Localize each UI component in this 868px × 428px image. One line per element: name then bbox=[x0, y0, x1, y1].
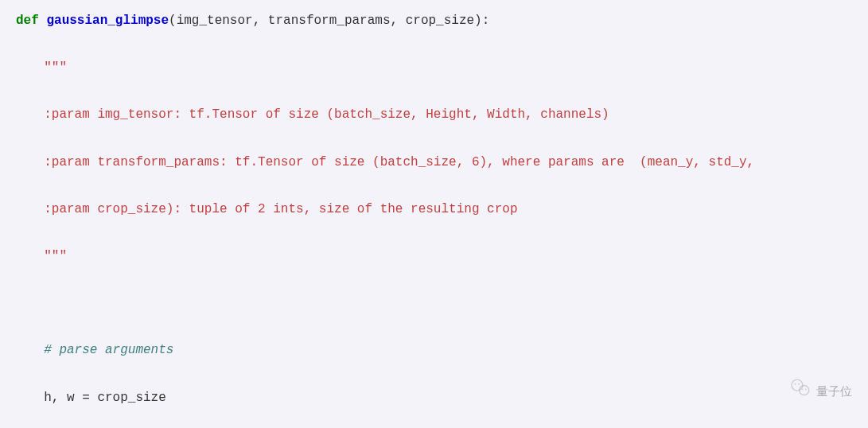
function-name: gaussian_glimpse bbox=[46, 14, 169, 28]
wechat-icon bbox=[789, 376, 812, 406]
code-line: def gaussian_glimpse(img_tensor, transfo… bbox=[16, 10, 852, 33]
svg-point-2 bbox=[795, 383, 796, 385]
comment: # parse arguments bbox=[44, 343, 173, 357]
code-line: :param transform_params: tf.Tensor of si… bbox=[16, 151, 852, 175]
svg-point-3 bbox=[798, 383, 800, 385]
svg-point-5 bbox=[805, 389, 807, 391]
watermark-text: 量子位 bbox=[816, 380, 852, 403]
signature: (img_tensor, transform_params, crop_size… bbox=[169, 14, 489, 28]
code-line: """ bbox=[16, 245, 852, 269]
svg-point-4 bbox=[802, 389, 804, 391]
blank-line bbox=[16, 292, 852, 316]
code-line: # parse arguments bbox=[16, 339, 852, 363]
code-block: def gaussian_glimpse(img_tensor, transfo… bbox=[16, 10, 852, 428]
docstring-close: """ bbox=[44, 249, 67, 263]
docstring-open: """ bbox=[44, 60, 67, 75]
docstring-line: :param img_tensor: tf.Tensor of size (ba… bbox=[44, 107, 609, 122]
code-line: :param crop_size): tuple of 2 ints, size… bbox=[16, 198, 852, 222]
docstring-line: :param crop_size): tuple of 2 ints, size… bbox=[44, 202, 517, 216]
code-line: """ bbox=[16, 56, 852, 80]
svg-point-1 bbox=[800, 386, 809, 395]
docstring-line: :param transform_params: tf.Tensor of si… bbox=[44, 155, 754, 169]
statement: h, w = crop_size bbox=[44, 391, 166, 405]
code-line: h, w = crop_size bbox=[16, 387, 852, 410]
svg-point-0 bbox=[792, 379, 803, 391]
code-line: :param img_tensor: tf.Tensor of size (ba… bbox=[16, 103, 852, 127]
watermark: 量子位 bbox=[789, 376, 852, 406]
keyword-def: def bbox=[16, 14, 39, 28]
